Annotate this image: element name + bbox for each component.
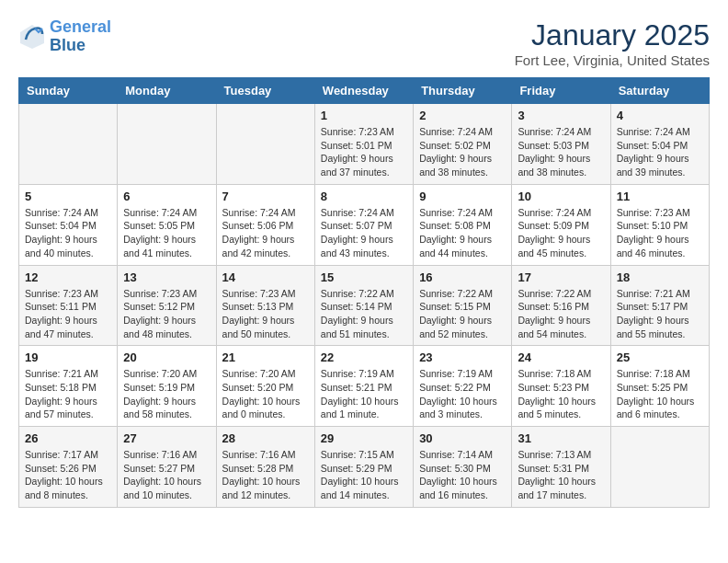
calendar-day-8: 8Sunrise: 7:24 AM Sunset: 5:07 PM Daylig… [314,184,413,265]
day-info: Sunrise: 7:24 AM Sunset: 5:07 PM Dayligh… [321,206,407,260]
col-header-wednesday: Wednesday [314,78,413,104]
calendar-day-31: 31Sunrise: 7:13 AM Sunset: 5:31 PM Dayli… [512,427,610,508]
calendar-day-15: 15Sunrise: 7:22 AM Sunset: 5:14 PM Dayli… [314,265,413,346]
day-number: 31 [518,431,604,445]
day-number: 25 [617,350,703,364]
day-number: 4 [617,109,703,122]
day-info: Sunrise: 7:23 AM Sunset: 5:01 PM Dayligh… [321,125,407,179]
day-number: 3 [518,109,604,122]
calendar-day-19: 19Sunrise: 7:21 AM Sunset: 5:18 PM Dayli… [19,346,118,427]
day-number: 28 [222,431,309,445]
col-header-sunday: Sunday [19,78,118,104]
day-number: 20 [123,350,210,364]
day-info: Sunrise: 7:22 AM Sunset: 5:15 PM Dayligh… [419,287,506,341]
calendar-day-21: 21Sunrise: 7:20 AM Sunset: 5:20 PM Dayli… [216,346,314,427]
logo-icon [18,23,46,51]
col-header-monday: Monday [118,78,216,104]
day-info: Sunrise: 7:20 AM Sunset: 5:19 PM Dayligh… [123,367,210,421]
calendar-week-row: 5Sunrise: 7:24 AM Sunset: 5:04 PM Daylig… [19,184,710,265]
day-info: Sunrise: 7:15 AM Sunset: 5:29 PM Dayligh… [321,448,407,502]
day-number: 12 [25,270,111,284]
calendar-day-29: 29Sunrise: 7:15 AM Sunset: 5:29 PM Dayli… [314,427,413,508]
calendar-day-25: 25Sunrise: 7:18 AM Sunset: 5:25 PM Dayli… [610,346,709,427]
day-info: Sunrise: 7:18 AM Sunset: 5:23 PM Dayligh… [518,367,604,421]
calendar-day-18: 18Sunrise: 7:21 AM Sunset: 5:17 PM Dayli… [610,265,709,346]
col-header-saturday: Saturday [610,78,709,104]
calendar-day-5: 5Sunrise: 7:24 AM Sunset: 5:04 PM Daylig… [19,184,118,265]
day-number: 18 [617,270,703,284]
day-info: Sunrise: 7:24 AM Sunset: 5:09 PM Dayligh… [518,206,604,260]
day-info: Sunrise: 7:21 AM Sunset: 5:17 PM Dayligh… [617,287,703,341]
day-number: 1 [321,109,407,122]
day-info: Sunrise: 7:24 AM Sunset: 5:08 PM Dayligh… [419,206,506,260]
calendar-day-27: 27Sunrise: 7:16 AM Sunset: 5:27 PM Dayli… [118,427,216,508]
day-number: 14 [222,270,309,284]
month-title: January 2025 [515,18,710,52]
day-info: Sunrise: 7:24 AM Sunset: 5:06 PM Dayligh… [222,206,309,260]
day-info: Sunrise: 7:16 AM Sunset: 5:28 PM Dayligh… [222,448,309,502]
calendar-day-12: 12Sunrise: 7:23 AM Sunset: 5:11 PM Dayli… [19,265,118,346]
calendar-week-row: 19Sunrise: 7:21 AM Sunset: 5:18 PM Dayli… [19,346,710,427]
day-info: Sunrise: 7:24 AM Sunset: 5:04 PM Dayligh… [25,206,111,260]
day-number: 19 [25,350,111,364]
day-number: 10 [518,190,604,203]
calendar-day-11: 11Sunrise: 7:23 AM Sunset: 5:10 PM Dayli… [610,184,709,265]
calendar-day-2: 2Sunrise: 7:24 AM Sunset: 5:02 PM Daylig… [414,104,512,185]
empty-day-cell [118,104,216,185]
day-number: 24 [518,350,604,364]
day-info: Sunrise: 7:23 AM Sunset: 5:10 PM Dayligh… [617,206,703,260]
calendar-table: SundayMondayTuesdayWednesdayThursdayFrid… [18,77,710,508]
calendar-day-14: 14Sunrise: 7:23 AM Sunset: 5:13 PM Dayli… [216,265,314,346]
day-info: Sunrise: 7:14 AM Sunset: 5:30 PM Dayligh… [419,448,506,502]
day-info: Sunrise: 7:22 AM Sunset: 5:14 PM Dayligh… [321,287,407,341]
day-number: 13 [123,270,210,284]
calendar-day-7: 7Sunrise: 7:24 AM Sunset: 5:06 PM Daylig… [216,184,314,265]
page-header: General Blue January 2025 Fort Lee, Virg… [18,18,710,68]
day-number: 5 [25,190,111,203]
day-number: 23 [419,350,506,364]
day-info: Sunrise: 7:13 AM Sunset: 5:31 PM Dayligh… [518,448,604,502]
empty-day-cell [610,427,709,508]
day-info: Sunrise: 7:23 AM Sunset: 5:11 PM Dayligh… [25,287,111,341]
day-info: Sunrise: 7:20 AM Sunset: 5:20 PM Dayligh… [222,367,309,421]
day-info: Sunrise: 7:17 AM Sunset: 5:26 PM Dayligh… [25,448,111,502]
calendar-day-10: 10Sunrise: 7:24 AM Sunset: 5:09 PM Dayli… [512,184,610,265]
calendar-week-row: 12Sunrise: 7:23 AM Sunset: 5:11 PM Dayli… [19,265,710,346]
empty-day-cell [19,104,118,185]
day-info: Sunrise: 7:24 AM Sunset: 5:02 PM Dayligh… [419,125,506,179]
calendar-day-1: 1Sunrise: 7:23 AM Sunset: 5:01 PM Daylig… [314,104,413,185]
empty-day-cell [216,104,314,185]
day-info: Sunrise: 7:24 AM Sunset: 5:04 PM Dayligh… [617,125,703,179]
day-info: Sunrise: 7:21 AM Sunset: 5:18 PM Dayligh… [25,367,111,421]
calendar-week-row: 1Sunrise: 7:23 AM Sunset: 5:01 PM Daylig… [19,104,710,185]
day-info: Sunrise: 7:19 AM Sunset: 5:21 PM Dayligh… [321,367,407,421]
calendar-day-23: 23Sunrise: 7:19 AM Sunset: 5:22 PM Dayli… [414,346,512,427]
day-number: 21 [222,350,309,364]
col-header-tuesday: Tuesday [216,78,314,104]
day-number: 22 [321,350,407,364]
day-number: 29 [321,431,407,445]
day-number: 7 [222,190,309,203]
calendar-day-28: 28Sunrise: 7:16 AM Sunset: 5:28 PM Dayli… [216,427,314,508]
day-number: 6 [123,190,210,203]
calendar-day-4: 4Sunrise: 7:24 AM Sunset: 5:04 PM Daylig… [610,104,709,185]
calendar-day-22: 22Sunrise: 7:19 AM Sunset: 5:21 PM Dayli… [314,346,413,427]
location: Fort Lee, Virginia, United States [515,52,710,68]
calendar-day-17: 17Sunrise: 7:22 AM Sunset: 5:16 PM Dayli… [512,265,610,346]
calendar-day-6: 6Sunrise: 7:24 AM Sunset: 5:05 PM Daylig… [118,184,216,265]
day-number: 15 [321,270,407,284]
day-number: 30 [419,431,506,445]
day-number: 27 [123,431,210,445]
day-number: 8 [321,190,407,203]
day-number: 11 [617,190,703,203]
calendar-day-3: 3Sunrise: 7:24 AM Sunset: 5:03 PM Daylig… [512,104,610,185]
calendar-day-26: 26Sunrise: 7:17 AM Sunset: 5:26 PM Dayli… [19,427,118,508]
calendar-day-13: 13Sunrise: 7:23 AM Sunset: 5:12 PM Dayli… [118,265,216,346]
logo: General Blue [18,18,111,55]
col-header-thursday: Thursday [414,78,512,104]
calendar-week-row: 26Sunrise: 7:17 AM Sunset: 5:26 PM Dayli… [19,427,710,508]
day-info: Sunrise: 7:24 AM Sunset: 5:05 PM Dayligh… [123,206,210,260]
day-info: Sunrise: 7:23 AM Sunset: 5:13 PM Dayligh… [222,287,309,341]
calendar-header-row: SundayMondayTuesdayWednesdayThursdayFrid… [19,78,710,104]
day-info: Sunrise: 7:19 AM Sunset: 5:22 PM Dayligh… [419,367,506,421]
